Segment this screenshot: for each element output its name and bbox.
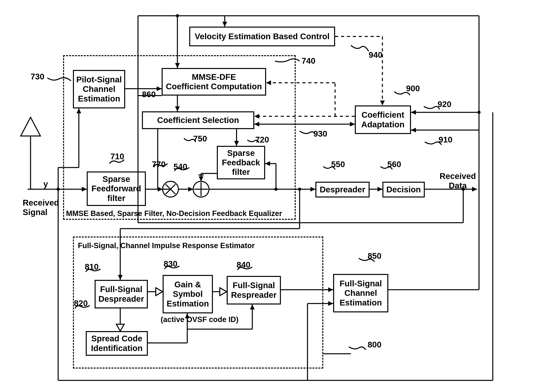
full-channel-block: Full-Signal Channel Estimation bbox=[333, 274, 388, 312]
mmse-block: MMSE-DFE Coefficient Computation bbox=[162, 68, 266, 96]
ref-940: 940 bbox=[369, 50, 382, 60]
svg-marker-59 bbox=[411, 110, 416, 115]
decision-block: Decision bbox=[382, 182, 425, 197]
ref-560: 560 bbox=[387, 160, 401, 169]
ref-910: 910 bbox=[439, 135, 452, 145]
svg-marker-24 bbox=[310, 187, 315, 191]
coeff-adaptation-block: Coefficient Adaptation bbox=[355, 105, 411, 134]
ref-840: 840 bbox=[237, 260, 250, 270]
received-data-label: Received Data bbox=[439, 172, 476, 190]
ref-800: 800 bbox=[368, 340, 381, 350]
ref-820: 820 bbox=[74, 299, 88, 308]
gain-symbol-block: Gain & Symbol Estimation bbox=[163, 275, 213, 313]
ref-740: 740 bbox=[302, 56, 315, 66]
ref-850: 850 bbox=[368, 251, 381, 261]
sparse-feedback-block: Sparse Feedback filter bbox=[217, 146, 265, 179]
svg-marker-54 bbox=[222, 22, 227, 27]
svg-marker-94 bbox=[328, 301, 333, 306]
ref-900: 900 bbox=[406, 84, 420, 93]
svg-point-5 bbox=[56, 188, 60, 191]
ref-860: 860 bbox=[142, 90, 156, 99]
despreader-block: Despreader bbox=[315, 182, 369, 197]
ref-930: 930 bbox=[313, 129, 327, 139]
ref-730: 730 bbox=[31, 72, 44, 81]
svg-point-96 bbox=[477, 111, 481, 114]
coeff-selection-block: Coefficient Selection bbox=[142, 111, 254, 129]
ref-770: 770 bbox=[152, 160, 166, 169]
svg-marker-61 bbox=[411, 128, 416, 132]
ovsf-caption: (active OVSF code ID) bbox=[161, 315, 238, 324]
mmse-caption: MMSE Based, Sparse Filter, No-Decision F… bbox=[66, 209, 282, 218]
ref-830: 830 bbox=[164, 259, 178, 269]
ref-540: 540 bbox=[173, 162, 187, 172]
svg-marker-57 bbox=[350, 122, 355, 126]
svg-marker-39 bbox=[378, 187, 382, 191]
svg-marker-64 bbox=[380, 101, 385, 105]
svg-marker-0 bbox=[21, 117, 40, 136]
full-caption: Full-Signal, Channel Impulse Response Es… bbox=[78, 241, 255, 250]
ref-550: 550 bbox=[331, 160, 345, 169]
y-label: y bbox=[43, 179, 48, 189]
full-respreader-block: Full-Signal Respreader bbox=[227, 276, 281, 304]
received-signal-label: Received Signal bbox=[23, 198, 59, 217]
ref-750: 750 bbox=[193, 134, 207, 144]
pilot-block: Pilot-Signal Channel Estimation bbox=[73, 70, 125, 108]
ref-810: 810 bbox=[85, 262, 98, 272]
sparse-feedforward-block: Sparse Feedforward filter bbox=[87, 172, 146, 206]
svg-point-70 bbox=[298, 188, 301, 191]
ref-920: 920 bbox=[438, 99, 451, 109]
svg-marker-88 bbox=[328, 287, 333, 292]
minus-label: − bbox=[198, 169, 204, 181]
spread-code-block: Spread Code Identification bbox=[86, 331, 148, 356]
full-despreader-block: Full-Signal Despreader bbox=[95, 280, 148, 308]
velocity-block: Velocity Estimation Based Control bbox=[189, 27, 335, 46]
ref-720: 720 bbox=[255, 135, 269, 145]
ref-710: 710 bbox=[110, 152, 124, 161]
svg-point-52 bbox=[176, 14, 179, 17]
